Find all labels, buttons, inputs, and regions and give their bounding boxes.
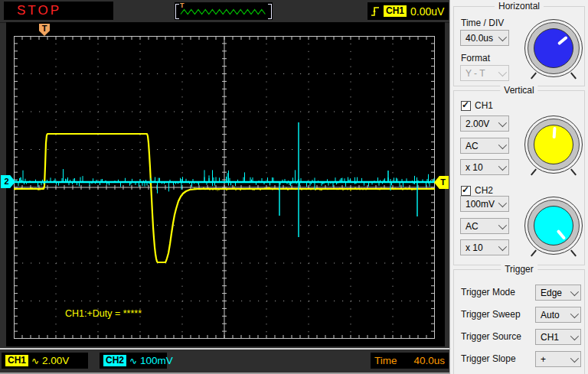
trigger-readout: CH1 0.00uV	[368, 2, 449, 20]
trigger-mode-select[interactable]: Edge	[535, 285, 581, 301]
horizontal-group: Horizontal Time / DIV 40.0us Format Y - …	[453, 6, 585, 86]
vertical-group: Vertical ✓ CH1 2.00V AC x 10	[453, 90, 585, 265]
ch1-scale-value: 2.00V	[42, 355, 69, 366]
scope-screen: CH1:+Duty = *****	[6, 22, 445, 346]
timebase-readout: Time 40.0us	[371, 353, 449, 369]
knob-face	[534, 125, 573, 164]
trigger-sweep-label: Trigger Sweep	[461, 309, 521, 320]
knob-foot	[570, 250, 577, 257]
checkmark-icon: ✓	[462, 99, 469, 110]
knob-foot	[570, 169, 577, 176]
knob-face	[534, 28, 573, 68]
preview-right-bracket-icon	[268, 4, 272, 19]
preview-left-bracket-icon	[175, 4, 179, 19]
knob-foot	[531, 73, 537, 80]
knob-foot	[531, 169, 537, 176]
ch1-coupling-select[interactable]: AC	[460, 138, 509, 154]
chevron-down-icon	[570, 287, 579, 295]
chevron-down-icon	[498, 161, 507, 170]
ch2-probe-option: x 10	[466, 242, 483, 253]
trigger-group-title: Trigger	[501, 264, 537, 275]
ch2-enable-checkbox[interactable]: ✓ CH2	[461, 185, 493, 196]
time-div-select[interactable]: 40.0us	[460, 30, 509, 46]
ch1-position-knob[interactable]	[524, 115, 583, 174]
checkbox-box[interactable]: ✓	[461, 101, 471, 111]
format-label: Format	[461, 53, 490, 63]
trigger-sweep-select[interactable]: Auto	[535, 307, 581, 323]
chevron-down-icon	[498, 242, 507, 250]
knob-pointer-icon	[557, 36, 568, 46]
ch1-scale-select[interactable]: 2.00V	[460, 115, 509, 132]
trigger-level-readout: 0.00uV	[410, 5, 444, 18]
ch2-coupling-option: AC	[466, 221, 479, 232]
rising-edge-icon	[371, 5, 380, 18]
ch2-scale-readout: CH2 ∿ 100mV	[100, 353, 167, 369]
chevron-down-icon	[570, 331, 579, 340]
ch2-scale-option: 100mV	[466, 199, 495, 210]
waveform-preview: T	[175, 2, 273, 20]
trigger-source-label: Trigger Source	[461, 331, 521, 342]
ch1-probe-select[interactable]: x 10	[460, 159, 509, 175]
trigger-slope-value: +	[541, 354, 546, 365]
ch1-coupling-sine-icon: ∿	[31, 356, 39, 366]
time-div-value: 40.0us	[466, 33, 493, 44]
time-label: Time	[374, 355, 397, 366]
preview-wave-icon	[175, 2, 273, 20]
run-state-indicator: STOP	[4, 2, 113, 20]
knob-face	[534, 206, 573, 246]
knob-pointer-icon	[557, 229, 567, 240]
vertical-group-title: Vertical	[500, 85, 537, 96]
ch2-badge: CH2	[103, 355, 126, 366]
trigger-mode-label: Trigger Mode	[461, 287, 515, 298]
knob-pointer-icon	[553, 127, 557, 138]
preview-trigger-marker[interactable]: T	[180, 2, 185, 9]
chevron-down-icon	[498, 67, 507, 76]
chevron-down-icon	[570, 309, 579, 317]
horizontal-group-title: Horizontal	[495, 1, 544, 11]
trigger-level-label: T	[440, 177, 446, 187]
ch1-enable-checkbox[interactable]: ✓ CH1	[461, 100, 493, 111]
chevron-down-icon	[570, 353, 579, 362]
time-value: 40.0us	[413, 355, 445, 366]
ch2-ground-label: 2	[4, 177, 8, 186]
ch2-checkbox-label: CH2	[475, 185, 493, 196]
ch1-checkbox-label: CH1	[475, 100, 493, 111]
chevron-down-icon	[498, 32, 507, 41]
knob-foot	[570, 73, 577, 80]
ch2-scale-select[interactable]: 100mV	[460, 196, 509, 212]
trigger-group: Trigger Trigger Mode Edge Trigger Sweep …	[453, 269, 585, 374]
ch2-coupling-select[interactable]: AC	[460, 218, 509, 234]
measurement-readout: CH1:+Duty = *****	[65, 308, 142, 319]
oscilloscope-app: { "colors": { "ch1": "#ffff00", "ch2": "…	[0, 0, 588, 374]
trigger-slope-select[interactable]: +	[535, 351, 581, 367]
checkmark-icon: ✓	[462, 184, 469, 195]
scope-grid-and-traces	[14, 36, 435, 339]
ch2-probe-select[interactable]: x 10	[460, 239, 509, 255]
horizontal-knob[interactable]	[524, 19, 583, 77]
trigger-sweep-value: Auto	[541, 310, 560, 320]
ch1-coupling-option: AC	[466, 141, 479, 151]
trigger-source-select[interactable]: CH1	[535, 329, 581, 345]
trigger-slope-label: Trigger Slope	[461, 353, 516, 364]
trigger-mode-value: Edge	[541, 288, 562, 298]
chevron-down-icon	[498, 118, 507, 126]
knob-foot	[531, 250, 537, 257]
control-panel: Horizontal Time / DIV 40.0us Format Y - …	[449, 0, 588, 374]
trigger-source-badge: CH1	[384, 5, 407, 17]
ch2-scale-value: 100mV	[140, 355, 173, 366]
scope-region: STOP T CH1 0.00uV CH1:+Duty = *****	[0, 0, 449, 374]
time-div-label: Time / DIV	[461, 18, 504, 28]
ch1-scale-readout: CH1 ∿ 2.00V	[2, 353, 88, 369]
ch2-coupling-sine-icon: ∿	[129, 356, 137, 366]
top-status-bar: STOP T CH1 0.00uV	[0, 0, 449, 23]
chevron-down-icon	[498, 198, 507, 207]
trigger-source-value: CH1	[541, 332, 559, 343]
ch1-scale-option: 2.00V	[466, 119, 489, 129]
format-select: Y - T	[460, 65, 509, 81]
bottom-status-bar: CH1 ∿ 2.00V CH2 ∿ 100mV Time 40.0us	[0, 348, 449, 374]
ch1-probe-option: x 10	[466, 162, 483, 173]
run-state-text: STOP	[17, 3, 61, 18]
ch2-position-knob[interactable]	[524, 197, 583, 255]
checkbox-box[interactable]: ✓	[461, 186, 471, 196]
ch1-badge: CH1	[5, 355, 28, 366]
